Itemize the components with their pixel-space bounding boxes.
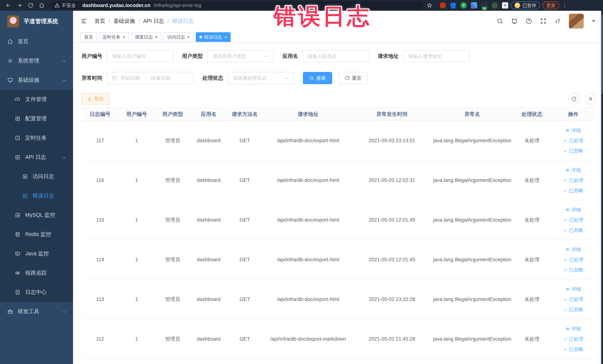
back-icon[interactable] xyxy=(4,1,13,10)
extension-icon-shield[interactable] xyxy=(450,2,456,9)
sidebar-item-config-management[interactable]: 配置管理 xyxy=(0,109,73,128)
tab-schedule-log[interactable]: 调度日志 × xyxy=(131,32,161,42)
reload-icon[interactable] xyxy=(26,1,35,10)
processed-link[interactable]: 已处理 xyxy=(563,177,583,184)
font-size-icon[interactable] xyxy=(555,18,561,24)
update-chip[interactable]: 更新 xyxy=(543,1,559,9)
scrollbar[interactable] xyxy=(600,11,603,364)
breadcrumb-api-log[interactable]: API 日志 xyxy=(143,17,164,25)
sidebar-item-log-center[interactable]: 日志中心 xyxy=(0,282,73,302)
sidebar-item-system[interactable]: 系统管理 xyxy=(0,51,73,70)
request-url-input[interactable]: 请输入请求地址 xyxy=(403,50,470,62)
logo-row[interactable]: 芋道管理系统 xyxy=(0,11,73,32)
tab-error-log[interactable]: 错误日志 × xyxy=(196,32,231,42)
close-icon[interactable]: × xyxy=(187,35,190,39)
avatar-caret-icon[interactable] xyxy=(591,20,596,23)
address-divider xyxy=(79,3,79,8)
hamburger-icon[interactable] xyxy=(81,18,88,25)
table-row: 115 1 管理员 dashboard GET /api/infra/db-do… xyxy=(81,200,596,240)
document-icon xyxy=(22,193,28,199)
tab-home[interactable]: 首页 xyxy=(81,32,97,42)
detail-link[interactable]: 详细 xyxy=(565,246,581,253)
ignored-link[interactable]: 已忽略 xyxy=(563,267,583,273)
ignored-link[interactable]: 已忽略 xyxy=(563,346,583,352)
bookmark-star-icon[interactable] xyxy=(425,1,434,10)
sidebar: 芋道管理系统 首页 系统管理 基础设施 文件管理 配置管理 xyxy=(0,11,73,364)
sidebar-item-infrastructure[interactable]: 基础设施 xyxy=(0,70,73,90)
app-name-label: 应用名 xyxy=(282,53,298,60)
github-icon[interactable] xyxy=(511,18,518,24)
search-icon[interactable] xyxy=(497,18,503,24)
extension-icon-green-y[interactable]: Y xyxy=(461,2,467,9)
detail-link[interactable]: 详细 xyxy=(565,326,581,332)
tab-access-log[interactable]: 访问日志 × xyxy=(163,32,194,42)
sidebar-item-file-management[interactable]: 文件管理 xyxy=(0,90,73,109)
breadcrumb-home[interactable]: 首页 xyxy=(94,17,105,25)
emoji-icon xyxy=(515,3,520,8)
app-frame: 芋道管理系统 首页 系统管理 基础设施 文件管理 配置管理 xyxy=(0,11,603,364)
paused-chip[interactable]: 已暂停 xyxy=(511,1,540,9)
exception-time-range[interactable]: 开始日期 - 结束日期 xyxy=(107,72,194,84)
main-content: 首页 / 基础设施 / API 日志 / 错误日志 xyxy=(73,11,603,364)
sidebar-item-scheduled-tasks[interactable]: 定时任务 xyxy=(0,128,73,148)
forward-icon[interactable] xyxy=(15,1,24,10)
chevron-up-icon xyxy=(62,155,66,159)
sidebar-item-dev-tools[interactable]: 研发工具 xyxy=(0,302,73,321)
exception-time-label: 异常时间 xyxy=(81,75,102,82)
close-icon[interactable]: × xyxy=(123,35,125,39)
ignored-link[interactable]: 已忽略 xyxy=(563,227,583,234)
extension-icon-leaf[interactable] xyxy=(492,2,498,9)
sidebar-item-redis-monitor[interactable]: Redis 监控 xyxy=(0,225,73,244)
monitor-icon xyxy=(7,77,13,83)
col-status: 处理状态 xyxy=(514,108,550,121)
security-warning-icon[interactable]: 不安全 xyxy=(55,2,76,9)
sidebar-item-java-monitor[interactable]: Java 监控 xyxy=(0,244,73,263)
processed-link[interactable]: 已处理 xyxy=(563,257,583,263)
sidebar-item-home[interactable]: 首页 xyxy=(0,32,73,51)
sidebar-item-trace[interactable]: 链路追踪 xyxy=(0,263,73,282)
detail-link[interactable]: 详细 xyxy=(565,127,581,134)
filter-row-1: 用户编号 请输入用户编号 用户类型 请选择用户类型 应用名 请输入应用名 请求地… xyxy=(81,50,596,62)
sidebar-item-error-log[interactable]: 错误日志 xyxy=(0,186,73,205)
detail-link[interactable]: 详细 xyxy=(565,167,581,173)
request-url-label: 请求地址 xyxy=(378,53,399,60)
processed-link[interactable]: 已处理 xyxy=(563,137,583,144)
ignored-link[interactable]: 已忽略 xyxy=(563,148,583,154)
detail-link[interactable]: 详细 xyxy=(565,207,581,213)
fullscreen-icon[interactable] xyxy=(540,18,547,24)
process-status-select[interactable]: 请选择处理状态 xyxy=(228,72,294,84)
export-button[interactable]: 导出 xyxy=(81,93,109,105)
database-icon xyxy=(15,232,20,237)
detail-link[interactable]: 详细 xyxy=(565,286,581,293)
browser-menu-icon[interactable]: ⋮ xyxy=(562,3,568,8)
close-icon[interactable]: × xyxy=(224,35,227,39)
sidebar-item-api-log[interactable]: API 日志 xyxy=(0,148,73,167)
sidebar-item-access-log[interactable]: 访问日志 xyxy=(0,167,73,186)
ignored-link[interactable]: 已忽略 xyxy=(563,306,583,313)
app-name-input[interactable]: 请输入应用名 xyxy=(302,50,369,62)
processed-link[interactable]: 已处理 xyxy=(563,336,583,342)
close-icon[interactable]: × xyxy=(155,35,158,39)
extension-icon-orange[interactable] xyxy=(440,2,446,9)
processed-link[interactable]: 已处理 xyxy=(563,217,583,223)
extensions-puzzle-icon[interactable]: ★ xyxy=(502,2,508,9)
extension-icon-tampermonkey[interactable]: on xyxy=(481,2,487,9)
avatar[interactable] xyxy=(569,14,584,29)
sidebar-item-mysql-monitor[interactable]: MySQL 监控 xyxy=(0,205,73,225)
col-user-type: 用户类型 xyxy=(155,108,191,121)
home-nav-icon[interactable] xyxy=(37,1,46,10)
help-icon[interactable] xyxy=(525,18,532,24)
breadcrumb-infrastructure[interactable]: 基础设施 xyxy=(114,17,135,25)
user-type-select[interactable]: 请选择用户类型 xyxy=(207,50,274,62)
url-host: dashboard.yudao.iocoder.cn xyxy=(82,3,151,8)
user-id-input[interactable]: 请输入用户编号 xyxy=(107,50,174,62)
extension-icon-grid[interactable] xyxy=(471,2,477,9)
column-settings-button[interactable] xyxy=(585,93,596,105)
refresh-table-button[interactable] xyxy=(568,93,580,105)
ignored-link[interactable]: 已忽略 xyxy=(563,187,583,194)
tab-scheduled-tasks[interactable]: 定时任务 × xyxy=(99,32,129,42)
scrollbar-thumb[interactable] xyxy=(601,14,603,94)
reset-button[interactable]: 重置 xyxy=(338,72,368,84)
processed-link[interactable]: 已处理 xyxy=(563,296,583,303)
search-button[interactable]: 搜索 xyxy=(303,72,332,84)
